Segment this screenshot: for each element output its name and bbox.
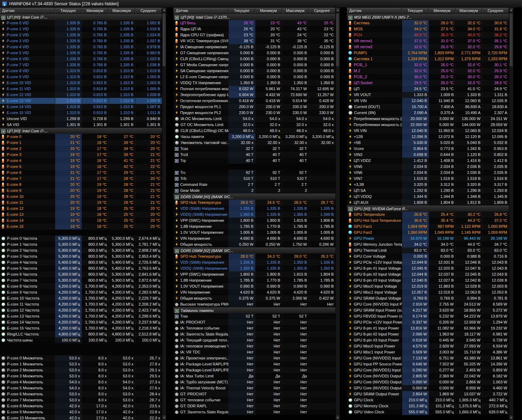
- sensor-row[interactable]: GPU Fan21,060 RPM1,049 RPM1,145 RPM1,059…: [347, 230, 509, 236]
- column-header-maximum[interactable]: Максимум: [455, 8, 482, 14]
- sensor-row[interactable]: GT OC Множитель Limit32.0 x32.0 x32.0 x3…: [174, 122, 335, 128]
- sensor-row[interactable]: GPU Core (NVVDD) Output Po...0.000 W0.00…: [347, 379, 509, 385]
- sensor-row[interactable]: SA VID1.301 B1.301 B1.301 B1.301 B: [0, 122, 162, 128]
- sensor-row[interactable]: E-core 1020 °C19 °C28 °C21 °C: [0, 194, 162, 200]
- sensor-row[interactable]: VR VIN12.040 B11.950 B12.060 B12.034 B: [347, 128, 509, 134]
- sensor-row[interactable]: E-core 1219 °C18 °C25 °C20 °C: [0, 206, 162, 212]
- sensor-row[interactable]: GPU PCIe +12V Input Power0.337 W0.205 W1…: [347, 319, 509, 325]
- sensor-row[interactable]: GPU Fan11,004 RPM987 RPM1,122 RPM1,000 R…: [347, 224, 509, 230]
- sensor-row[interactable]: Current (IOUT)15.700 A7.400 A86.600 A18.…: [347, 104, 509, 110]
- sensor-row[interactable]: Gear Mode222: [174, 188, 335, 194]
- sensor-row[interactable]: ЦП AUX1.808 B1.804 B1.812 B1.809 B: [347, 200, 509, 206]
- sensor-row[interactable]: E-core 11 Частота4,200.0 МГц1,700.0 МГц4…: [0, 301, 162, 307]
- sensor-row[interactable]: PCIE_230.0 °C25.0 °C30.0 °C28.3 °C: [347, 74, 509, 80]
- sensor-row[interactable]: GPU Hot Spot Temperature36.8 °C35.4 °C44…: [347, 218, 509, 224]
- sensor-row[interactable]: P-core 121 °C18 °C39 °C20 °C: [0, 140, 162, 146]
- column-header-current[interactable]: Текущее: [55, 8, 82, 14]
- sensor-row[interactable]: VIN30.698 B0.644 B1.120 B0.802 B: [347, 152, 509, 158]
- sensor-row[interactable]: CLR (CBo/LLC/Ring) Смещен...0.000 B0.000…: [174, 56, 335, 62]
- sensor-row[interactable]: ЦП Весь26 °C23 °C43 °C25 °C: [174, 20, 335, 26]
- sensor-row[interactable]: VIN Напряжение4.620 B4.620 B4.620 B4.620…: [174, 289, 335, 295]
- scrollbar-up-button[interactable]: ▲: [509, 8, 513, 13]
- sensor-row[interactable]: SA Смещение напряжения0.000 B0.000 B0.00…: [174, 68, 335, 74]
- sensor-row[interactable]: GPU Misc0 Input Voltage12.019 B11.883 B1…: [347, 283, 509, 289]
- sensor-row[interactable]: E-core 1519 °C18 °C25 °C20 °C: [0, 224, 162, 230]
- sensor-row[interactable]: IA: Package-Level RAPL/PB...НетНетНет: [174, 361, 335, 367]
- column-header-average[interactable]: Среднее: [309, 8, 335, 14]
- sensor-row[interactable]: E-core 9 Множитель42.0 x17.0 x42.0 x22.8…: [0, 409, 162, 415]
- sensor-row[interactable]: GPU Misc0 Input Power4.579 W2.609 W27.09…: [347, 343, 509, 349]
- sensor-row[interactable]: Предел мощности PL2230.0 W230.0 W230.0 W…: [174, 110, 335, 116]
- sensor-row[interactable]: GT: Занятость State Regula...НетНетНет: [174, 409, 335, 415]
- sensor-row[interactable]: Общая мощность0.375 W0.375 W2.000 W0.422…: [174, 295, 335, 301]
- sensor-row[interactable]: Потребляемая мощность (P...20.000 W3.000…: [347, 116, 509, 122]
- column-header-sensor[interactable]: Датчик: [0, 8, 55, 14]
- sensor-row[interactable]: E-core 12 VID1.310 B0.810 B1.310 B1.028 …: [0, 92, 162, 98]
- sensor-row[interactable]: GPU Memory Junction Temper...34.0 °C34.0…: [347, 242, 509, 247]
- sensor-row[interactable]: Высокая температура PMICНетНетНетНет: [174, 301, 335, 307]
- scrollbar[interactable]: ▲▼: [162, 8, 166, 420]
- titlebar[interactable]: HWiNFO64 v7.34-4930 Sensor Status [228 v…: [0, 0, 522, 8]
- sensor-row[interactable]: Частота шины100.0 МГц100.0 МГц100.0 МГц1…: [0, 337, 162, 343]
- sensor-row[interactable]: E-core 1120 °C19 °C28 °C21 °C: [0, 200, 162, 206]
- sensor-row[interactable]: P-core 5 Множитель54.0 x8.0 x54.0 x27.6 …: [0, 385, 162, 391]
- sensor-row[interactable]: P-core 721 °C17 °C28 °C20 °C: [0, 176, 162, 182]
- sensor-row[interactable]: GPU Core Voltage0.000 B0.000 B0.988 B0.7…: [347, 253, 509, 259]
- sensor-row[interactable]: VR петля232.0 °C26.0 °C32.0 °C29.8 °C: [347, 44, 509, 50]
- sensor-row[interactable]: VDD (SWA) Напряжение1.335 B1.335 B1.350 …: [174, 259, 335, 265]
- sensor-row[interactable]: ЦП Socket29.5 °C26.0 °C32.0 °C28.5 °C: [347, 80, 509, 86]
- sensor-row[interactable]: Часы памяти3,200.0 МГц3,200.0 МГц3,200.0…: [174, 134, 335, 140]
- sensor-row[interactable]: VDDQ TX Напряжение1.350 B1.350 B1.350 B1…: [174, 80, 335, 86]
- sensor-row[interactable]: VR VIN12.040 B11.940 B12.060 B12.035 B: [347, 98, 509, 104]
- sensor-row[interactable]: VDD (SWA) Напряжение1.335 B1.335 B1.335 …: [174, 206, 335, 212]
- sensor-row[interactable]: IA: PROCHOTНетНетНет: [174, 319, 335, 325]
- sensor-row[interactable]: VDDQ (SWB) Напряжение1.350 B1.335 B1.365…: [174, 265, 335, 271]
- section-header-row[interactable]: DDR5 DIMM [#2] (BANK 0/C...: [174, 247, 335, 253]
- scrollbar-track[interactable]: [162, 67, 166, 415]
- sensor-row[interactable]: GPU FBVDD Input Power (sum)9.174 W5.232 …: [347, 313, 509, 319]
- sensor-row[interactable]: IA: тепловое оповещение VRНетНетНет: [174, 343, 335, 349]
- sensor-row[interactable]: GPU Temperature26.8 °C25.4 °C30.2 °C26.8…: [347, 212, 509, 218]
- scrollbar[interactable]: ▲▼: [335, 8, 340, 420]
- sensor-row[interactable]: E-core 1419 °C18 °C25 °C20 °C: [0, 218, 162, 224]
- sensor-row[interactable]: IA Смещение напряжения-0.125 B-0.125 B-0…: [174, 44, 335, 50]
- sensor-row[interactable]: +12B12.096 B12.072 B12.120 B12.095 B: [347, 134, 509, 140]
- sensor-row[interactable]: +3,3B3.320 B3.312 B3.320 B3.317 B: [347, 182, 509, 188]
- sensor-row[interactable]: GT Смещение напряжения0.000 B0.000 B0.00…: [174, 50, 335, 56]
- scrollbar-track[interactable]: [336, 67, 340, 415]
- sensor-row[interactable]: GPU PCIe +12V Input Voltage12.044 B12.03…: [347, 259, 509, 265]
- sensor-row[interactable]: E-core 15 VID1.310 B0.810 B1.310 B1.011 …: [0, 110, 162, 116]
- sensor-row[interactable]: Tras52 T52 T52 T: [174, 313, 335, 319]
- scrollbar-up-button[interactable]: ▲: [336, 8, 340, 13]
- column-header-sensor[interactable]: Датчик: [174, 8, 228, 14]
- sensor-row[interactable]: GPU Misc1 Input Power3.509 W3.003 W15.71…: [347, 349, 509, 355]
- sensor-row[interactable]: P-core 4 Частота5,400.0 МГц800.0 МГц5,40…: [0, 259, 162, 265]
- sensor-row[interactable]: P-core 0 Множитель53.0 x8.0 x53.0 x26.7 …: [0, 355, 162, 361]
- sensor-row[interactable]: E-core 10 VID1.310 B0.810 B1.310 B1.003 …: [0, 80, 162, 86]
- section-header-row[interactable]: ЦП [#0]: Intel Core i7-...: [0, 14, 162, 20]
- sensor-row[interactable]: P-core 7 Частота5,300.0 МГц800.0 МГц5,30…: [0, 277, 162, 283]
- sensor-row[interactable]: E-core 820 °C19 °C28 °C21 °C: [0, 182, 162, 188]
- sensor-row[interactable]: Current (IIN)2.090 A0.370 A10.490 A2.307…: [347, 110, 509, 116]
- column-header-sensor[interactable]: Датчик: [347, 8, 402, 14]
- sensor-row[interactable]: GPU Memory Clock101.3 МГц101.3 МГц1,375.…: [347, 403, 509, 409]
- sensor-row[interactable]: Uncore VID1.299 B0.728 B1.299 B0.940 B: [0, 116, 162, 122]
- column-header-minimum[interactable]: Минимум: [429, 8, 455, 14]
- sensor-row[interactable]: GPU Core (NVVDD1) Input Po...0.290 W0.27…: [347, 367, 509, 373]
- scrollbar-down-button[interactable]: ▼: [162, 415, 166, 420]
- section-header-row[interactable]: DDR5 DIMM [#0] (BANK 0/C...: [174, 194, 335, 200]
- section-header-row[interactable]: MSI MEG Z690 UNIFY-X (MS-7...: [347, 14, 509, 20]
- sensor-row[interactable]: P-core 020 °C18 °C27 °C20 °C: [0, 134, 162, 140]
- sensor-row[interactable]: GPU Power16.970 W16.198 W96.443 W28.198 …: [347, 236, 509, 242]
- column-header-minimum[interactable]: Минимум: [82, 8, 108, 14]
- sensor-row[interactable]: VPP (SWC) Напряжение1.800 B1.800 B1.815 …: [174, 271, 335, 277]
- column-header-maximum[interactable]: Максимум: [108, 8, 135, 14]
- sensor-row[interactable]: P-core 319 °C17 °C39 °C21 °C: [0, 152, 162, 158]
- sensor-row[interactable]: SPD Hub Температура28.0 °C24.3 °C28.0 °C…: [174, 253, 335, 259]
- sensor-row[interactable]: P-core 419 °C16 °C41 °C21 °C: [0, 158, 162, 164]
- sensor-row[interactable]: E-core 9 VID1.310 B0.810 B1.310 B1.003 B: [0, 74, 162, 80]
- scrollbar-thumb[interactable]: [336, 13, 339, 66]
- sensor-row[interactable]: E-core 10 Множитель42.0 x17.0 x42.0 x22.…: [0, 415, 162, 420]
- sensor-row[interactable]: P-core 2 Множитель53.0 x8.0 x53.0 x29.1 …: [0, 367, 162, 373]
- sensor-row[interactable]: PCIE_132.0 °C26.0 °C32.0 °C30.1 °C: [347, 62, 509, 68]
